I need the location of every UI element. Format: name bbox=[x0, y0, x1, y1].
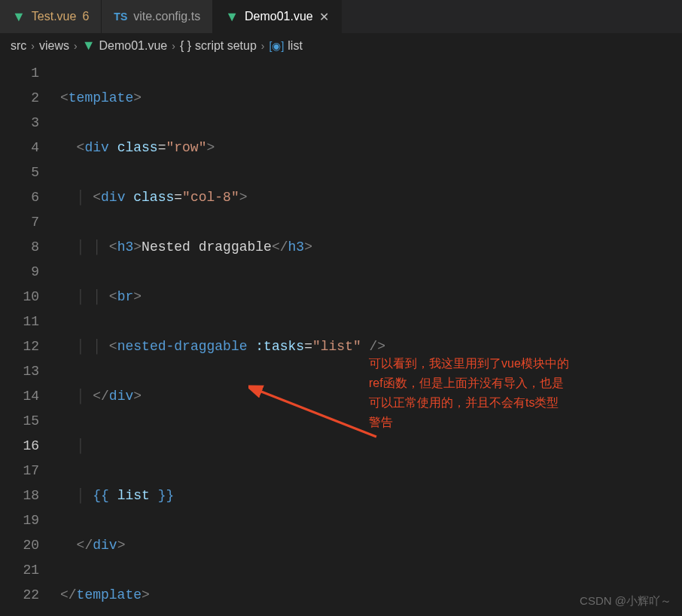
close-icon[interactable]: ✕ bbox=[319, 10, 329, 24]
vue-icon: ▼ bbox=[225, 9, 239, 25]
line-number-gutter: 1 2 3 4 5 6 7 8 9 10 11 12 13 14 15 16 1… bbox=[0, 61, 60, 616]
tab-bar: ▼ Test.vue 6 TS vite.config.ts ▼ Demo01.… bbox=[0, 0, 682, 33]
watermark: CSDN @小辉吖～ bbox=[580, 594, 671, 608]
breadcrumb-symbol[interactable]: [◉] list bbox=[269, 39, 303, 53]
code-area[interactable]: <template> <div class="row"> │ <div clas… bbox=[60, 61, 682, 616]
breadcrumb-scope[interactable]: { } script setup bbox=[180, 39, 257, 53]
code-editor[interactable]: 1 2 3 4 5 6 7 8 9 10 11 12 13 14 15 16 1… bbox=[0, 58, 682, 616]
breadcrumb-file[interactable]: ▼ Demo01.vue bbox=[82, 38, 168, 53]
problems-badge: 6 bbox=[82, 10, 89, 23]
breadcrumb-views[interactable]: views bbox=[39, 39, 69, 53]
chevron-right-icon: › bbox=[261, 40, 265, 52]
tab-label: Test.vue bbox=[32, 10, 77, 23]
ts-icon: TS bbox=[114, 11, 127, 23]
vue-icon: ▼ bbox=[82, 38, 96, 53]
chevron-right-icon: › bbox=[31, 40, 35, 52]
variable-icon: [◉] bbox=[269, 40, 285, 52]
breadcrumb-src[interactable]: src bbox=[11, 39, 26, 53]
chevron-right-icon: › bbox=[172, 40, 175, 52]
tab-label: Demo01.vue bbox=[245, 10, 313, 23]
breadcrumb: src › views › ▼ Demo01.vue › { } script … bbox=[0, 33, 682, 58]
vue-icon: ▼ bbox=[12, 9, 26, 25]
tab-label: vite.config.ts bbox=[133, 10, 200, 23]
tab-test-vue[interactable]: ▼ Test.vue 6 bbox=[0, 0, 102, 33]
tab-vite-config[interactable]: TS vite.config.ts bbox=[102, 0, 213, 33]
chevron-right-icon: › bbox=[74, 40, 78, 52]
braces-icon: { } bbox=[180, 39, 191, 53]
annotation-text: 可以看到，我这里用到了vue模块中的 ref函数，但是上面并没有导入，也是 可以… bbox=[369, 354, 670, 432]
tab-demo01-vue[interactable]: ▼ Demo01.vue ✕ bbox=[213, 0, 342, 33]
